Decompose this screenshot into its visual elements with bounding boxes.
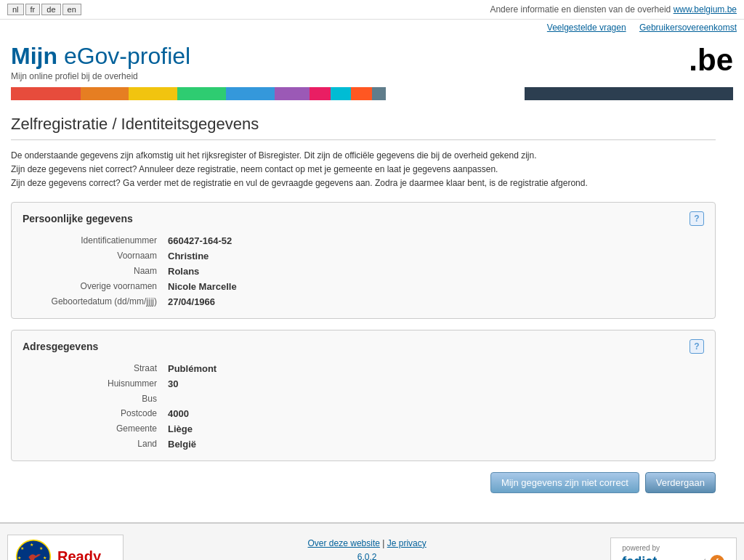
lang-nl-button[interactable]: nl [7,4,24,15]
svg-text:★: ★ [17,555,21,559]
field-label: Naam [23,266,168,277]
title-mijn: Mijn [11,43,57,69]
field-label: Overige voornamen [23,281,168,292]
address-fields: Straat Publémont Huisnummer 30 Bus Postc… [23,361,704,452]
continue-button[interactable]: Verdergaan [645,472,716,493]
field-value: 4000 [168,408,189,419]
intro-line1: De onderstaande gegevens zijn afkomstig … [11,149,716,163]
fedict-badge: powered by fedict e-government f [610,537,737,560]
be-logo-text: .be [689,43,733,77]
faq-link[interactable]: Veelgestelde vragen [547,23,626,33]
title-rest: eGov-profiel [57,43,190,69]
table-row: Identificatienummer 660427-164-52 [23,233,704,248]
ready-icon: ★ ★ ★ ★ ★ ★ ★ ★ [15,539,52,560]
personal-section-title: Persoonlijke gegevens [23,213,133,224]
lang-en-button[interactable]: en [62,4,81,15]
action-buttons: Mijn gegevens zijn niet correct Verderga… [11,472,716,493]
svg-text:★: ★ [39,546,43,551]
table-row: Huisnummer 30 [23,376,704,391]
be-logo: .be [689,43,733,78]
rainbow-bar [11,87,733,100]
personal-fields: Identificatienummer 660427-164-52 Voorna… [23,233,704,309]
top-right-text: Andere informatie en diensten van de ove… [490,4,671,15]
rainbow-seg1 [11,87,81,100]
powered-by-text: powered by [622,544,725,552]
address-section: Adresgegevens ? Straat Publémont Huisnum… [11,330,716,461]
address-section-title: Adresgegevens [23,341,98,352]
language-switcher: nl fr de en [7,4,81,15]
personal-section: Persoonlijke gegevens ? Identificatienum… [11,202,716,319]
lang-de-button[interactable]: de [41,4,60,15]
table-row: Straat Publémont [23,361,704,376]
rainbow-seg5 [226,87,275,100]
rainbow-seg2 [81,87,129,100]
field-label: Identificatienummer [23,235,168,246]
belgium-link[interactable]: www.belgium.be [674,4,737,15]
field-value: Publémont [168,363,217,374]
rainbow-seg7 [310,87,331,100]
privacy-link[interactable]: Je privacy [387,538,426,548]
main-content: Zelfregistratie / Identiteitsgegevens De… [0,100,727,522]
field-label: Huisnummer [23,378,168,389]
table-row: Land België [23,437,704,452]
nav-links: Veelgestelde vragen Gebruikersovereenkom… [0,20,744,36]
field-label: Land [23,439,168,450]
rainbow-seg8 [331,87,352,100]
personal-section-header: Persoonlijke gegevens ? [23,211,704,226]
svg-text:★: ★ [20,546,24,551]
lang-fr-button[interactable]: fr [25,4,41,15]
table-row: Voornaam Christine [23,248,704,264]
field-label: Postcode [23,408,168,419]
field-value: 660427-164-52 [168,235,232,246]
footer-center: Over deze website | Je privacy 6.0.2 © 2… [124,538,610,560]
rainbow-dark [525,87,733,100]
intro-text: De onderstaande gegevens zijn afkomstig … [11,149,716,191]
table-row: Naam Rolans [23,264,704,279]
field-label: Voornaam [23,251,168,261]
field-value: 27/04/1966 [168,296,215,307]
agreement-link[interactable]: Gebruikersovereenkomst [639,23,737,33]
address-help-icon[interactable]: ? [690,339,704,354]
intro-line2: Zijn deze gegevens niet correct? Annulee… [11,163,716,176]
field-label: Straat [23,363,168,374]
field-value: Rolans [168,266,199,277]
field-value: 30 [168,378,178,389]
top-bar: nl fr de en Andere informatie en dienste… [0,0,744,20]
rainbow-seg10 [372,87,386,100]
table-row: Overige voornamen Nicole Marcelle [23,279,704,294]
version-link[interactable]: 6.0.2 [357,552,377,560]
rainbow-seg6 [275,87,310,100]
about-link[interactable]: Over deze website [308,538,380,548]
svg-text:★: ★ [30,543,33,547]
rainbow-spacer [386,87,525,100]
address-section-header: Adresgegevens ? [23,339,704,354]
intro-line3: Zijn deze gegevens correct? Ga verder me… [11,176,716,190]
fedict-icon: f [709,554,725,560]
svg-text:★: ★ [43,555,46,559]
table-row: Bus [23,391,704,406]
field-label: Bus [23,394,168,404]
field-label: Gemeente [23,423,168,434]
rainbow-seg4 [177,87,226,100]
incorrect-button[interactable]: Mijn gegevens zijn niet correct [490,472,639,493]
table-row: Postcode 4000 [23,406,704,421]
field-value: Christine [168,251,209,261]
site-subtitle: Mijn online profiel bij de overheid [11,71,733,81]
page-title: Zelfregistratie / Identiteitsgegevens [11,115,716,140]
personal-help-icon[interactable]: ? [690,211,704,226]
field-value: België [168,439,196,450]
table-row: Gemeente Liège [23,421,704,437]
fedict-content: powered by fedict e-government f [622,544,725,560]
field-value: Nicole Marcelle [168,281,237,292]
ready-text: Ready [57,548,101,560]
fedict-logo-text: fedict [622,554,657,560]
rainbow-seg9 [351,87,372,100]
ready-badge: ★ ★ ★ ★ ★ ★ ★ ★ Ready [7,535,124,560]
footer: ★ ★ ★ ★ ★ ★ ★ ★ Ready Over deze website … [0,522,744,560]
table-row: Geboortedatum (dd/mm/jjjj) 27/04/1966 [23,294,704,309]
top-right-info: Andere informatie en diensten van de ove… [490,4,737,15]
footer-links: Over deze website | Je privacy [124,538,610,548]
field-value: Liège [168,423,193,434]
field-label: Geboortedatum (dd/mm/jjjj) [23,296,168,307]
site-title: Mijn eGov-profiel [11,43,733,70]
